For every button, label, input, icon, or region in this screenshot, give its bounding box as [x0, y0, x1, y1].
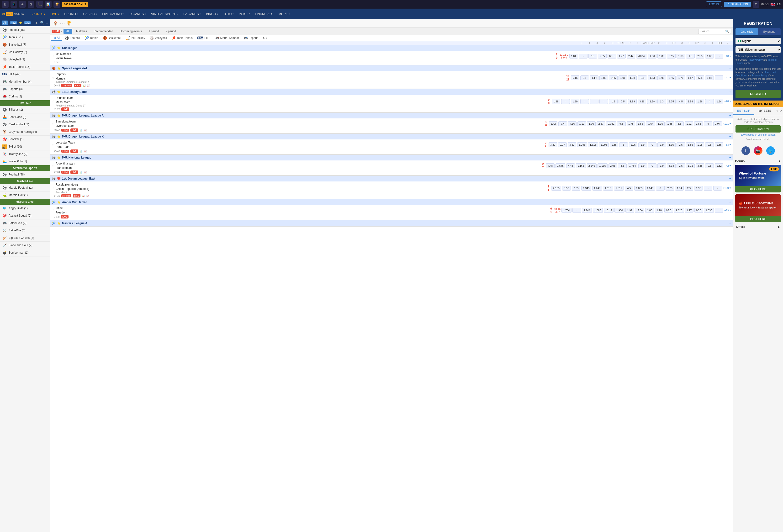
reg-btn-small[interactable]: REGISTRATION: [735, 125, 781, 132]
odd-it1u-space[interactable]: 1.76: [677, 75, 685, 80]
tab-2period[interactable]: 2 period: [163, 29, 179, 34]
tab-recommended[interactable]: Recommended: [91, 29, 116, 34]
login-button[interactable]: LOG IN: [706, 1, 722, 7]
sport-tab-mortal-kombat[interactable]: 🎮 Mortal Kombat: [213, 35, 241, 41]
chart-icon-da[interactable]: 📊: [80, 129, 82, 131]
bonus-card-wheel[interactable]: Wheel of Fortune Spin now and win! 1 000…: [735, 165, 781, 192]
nav-casino[interactable]: CASINO▾: [81, 11, 99, 17]
add-icon-dragon-x[interactable]: +: [729, 135, 731, 138]
sidebar-item-ice-hockey[interactable]: 🏒 Ice Hockey (2): [0, 49, 50, 56]
odd-it1b-nl[interactable]: 3.38: [667, 163, 676, 168]
twitter-icon[interactable]: 🐦: [766, 146, 775, 155]
odd-u-nl[interactable]: 1.165: [597, 163, 607, 168]
odd-it1-amber[interactable]: 1.98: [655, 208, 663, 213]
match-fav-dragon-a[interactable]: ☆: [52, 122, 55, 125]
sidebar-item-card-football[interactable]: ⚽ Card football (3): [0, 121, 50, 128]
odd-hc2-da[interactable]: 1.78: [627, 121, 635, 126]
sidebar-up-icon[interactable]: ▲: [35, 21, 38, 25]
odd-x-nl[interactable]: 1.575: [556, 163, 566, 168]
odd-it1b-da[interactable]: 1.88: [665, 121, 674, 126]
favorite-icon-penalty[interactable]: ⭐: [57, 90, 61, 94]
odd-it2u-dream[interactable]: 1.96: [694, 186, 703, 191]
odd-it2u-nl[interactable]: 1.32: [686, 163, 695, 168]
odd-it1b-space[interactable]: 1.87: [686, 75, 695, 80]
odd-1-amber[interactable]: 1.704: [561, 208, 571, 213]
sidebar-item-basketball[interactable]: 🏀 Basketball (7): [0, 41, 50, 49]
tab-1period[interactable]: 1 period: [146, 29, 162, 34]
tab-all[interactable]: All: [63, 29, 72, 34]
odd-u-amber[interactable]: 1.904: [615, 208, 625, 213]
odd-set1-nl[interactable]: 2.5: [705, 163, 714, 168]
odd-it1-penalty[interactable]: 3.26: [638, 99, 646, 104]
league-header-penalty[interactable]: ⚽ ⭐ 1x1. Penalty Battle +: [50, 89, 733, 95]
odd-it2b-dx[interactable]: 1.95: [696, 142, 704, 147]
monitor-icon[interactable]: 🖥: [2, 1, 9, 8]
more-bets-dream[interactable]: +130 ▾: [723, 187, 731, 190]
odd-2-penalty[interactable]: 1.89: [571, 99, 580, 104]
search-input[interactable]: [700, 30, 724, 33]
odd-set2-da[interactable]: 1.94: [713, 121, 722, 126]
league-header-amber[interactable]: 🎾 ⭐ Amber Cup. Mixed +: [50, 199, 733, 205]
sport-tab-ice-hockey[interactable]: 🏒 Ice Hockey: [123, 35, 147, 41]
odd-it1-nl[interactable]: 1.9: [638, 163, 647, 168]
more-bets-amber[interactable]: +29 ▾: [724, 209, 731, 212]
sport-tab-all[interactable]: ⊞ All: [51, 35, 62, 41]
odd-it1-dx[interactable]: 1.9: [638, 142, 647, 147]
sidebar-item-curling[interactable]: 🥌 Curling (2): [0, 93, 50, 100]
match-fav-icon-penalty[interactable]: ☆: [52, 100, 55, 103]
sport-tab-table-tennis[interactable]: 🏓 Table Tennis: [169, 35, 195, 41]
sidebar-item-tennis[interactable]: 🎾 Tennis (21): [0, 34, 50, 41]
add-icon-dream[interactable]: +: [729, 177, 731, 180]
tab-upcoming[interactable]: Upcoming events: [117, 29, 145, 34]
odd-1-penalty[interactable]: 1.89: [552, 99, 560, 104]
odd-set2-dx[interactable]: 1.85: [715, 142, 723, 147]
sidebar-item-blade-soul[interactable]: 🗡️ Blade and Soul (2): [0, 242, 50, 249]
sidebar-search-icon[interactable]: 🔍: [40, 21, 44, 25]
odd-2-dream[interactable]: 2.95: [572, 186, 580, 191]
favorite-icon[interactable]: ⭐: [57, 46, 61, 50]
match-fav-icon-space[interactable]: ☆: [52, 76, 55, 80]
settings-icon[interactable]: ⚙: [753, 1, 759, 8]
odd-it1-da[interactable]: 1.85: [636, 121, 645, 126]
odd-hc1[interactable]: 2.42: [627, 54, 635, 59]
favorite-icon-masters[interactable]: ⭐: [57, 222, 61, 225]
odd-it1u-amber[interactable]: 1.825: [674, 208, 684, 213]
sidebar-item-big-bash[interactable]: 🏏 Big Bash Cricket (2): [0, 234, 50, 242]
country-select[interactable]: 🇳🇬 Nigeria: [735, 38, 781, 44]
odd-set2-penalty[interactable]: 1.84: [715, 99, 723, 104]
odd-it2b-nl[interactable]: 3.38: [696, 163, 704, 168]
reg-tab-phone[interactable]: By phone: [758, 28, 781, 35]
odd-2-dx[interactable]: 3.22: [568, 142, 576, 147]
logo[interactable]: 1xBET NIGERIA: [2, 12, 24, 16]
add-icon-penalty[interactable]: +: [729, 90, 731, 94]
add-icon[interactable]: +: [729, 46, 731, 50]
favorite-icon-dragon-a[interactable]: ⭐: [57, 114, 61, 117]
odd-u-space[interactable]: 1.91: [619, 75, 627, 80]
odd-x-dream[interactable]: 3.56: [562, 186, 571, 191]
favorite-icon-amber[interactable]: ⭐: [57, 200, 61, 204]
sidebar-item-billiards[interactable]: 🎱 Billiards (1): [0, 106, 50, 114]
add-icon-space[interactable]: +: [729, 67, 731, 70]
search-icon[interactable]: 🔍: [725, 30, 729, 33]
sidebar-item-esports[interactable]: 🎮 Esports (3): [0, 86, 50, 93]
chart-icon-dream[interactable]: 📊: [82, 195, 85, 197]
graph-icon-da[interactable]: 📈: [84, 129, 87, 131]
bonus-bar-2[interactable]: 200% bonus on your first deposit: [735, 132, 781, 137]
odd-it1-dream[interactable]: 1.645: [645, 186, 655, 191]
odd-hc2-nl[interactable]: 1.784: [628, 163, 638, 168]
graph-icon-dream[interactable]: 📈: [86, 195, 89, 197]
register-big-button[interactable]: REGISTER: [735, 90, 781, 98]
odd-total-u[interactable]: 1.77: [617, 54, 626, 59]
odd-o-da[interactable]: 1.19: [577, 121, 586, 126]
more-bets[interactable]: +18 ▾: [724, 55, 731, 58]
more-bets-dx[interactable]: +53 ▾: [724, 143, 731, 146]
odd-u-dream[interactable]: 1.616: [603, 186, 613, 191]
nav-live-casino[interactable]: LIVE CASINO▾: [100, 11, 126, 17]
odd-1-da[interactable]: 1.42: [549, 121, 557, 126]
odd-it1-o[interactable]: 1.88: [657, 54, 666, 59]
nav-tv-games[interactable]: TV GAMES▾: [181, 11, 203, 17]
sidebar-item-battlerite[interactable]: ⚔️ BattleRite (6): [0, 227, 50, 234]
sidebar-item-marble-football[interactable]: ⚽ Marble Football (1): [0, 184, 50, 191]
odd-it2u-amber[interactable]: 1.835: [704, 208, 714, 213]
mybets-tab[interactable]: MY BETS: [754, 107, 776, 115]
